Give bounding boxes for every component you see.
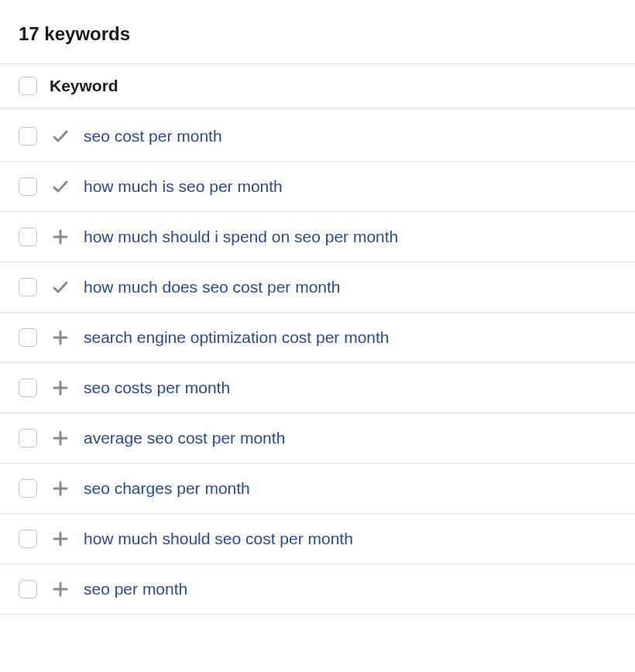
keyword-link[interactable]: average seo cost per month [84,429,285,447]
row-checkbox[interactable] [19,127,37,146]
plus-icon[interactable] [50,478,71,499]
plus-icon[interactable] [50,427,71,449]
keyword-list: seo cost per monthhow much is seo per mo… [0,108,635,615]
plus-icon[interactable] [50,327,71,348]
keyword-link[interactable]: how much does seo cost per month [84,278,341,297]
row-checkbox[interactable] [19,228,37,246]
table-row: how much should i spend on seo per month [0,212,635,262]
header: 17 keywords [0,0,635,63]
keyword-link[interactable]: seo per month [84,580,187,598]
table-row: seo per month [0,564,635,615]
plus-icon[interactable] [50,226,71,248]
row-checkbox[interactable] [19,328,37,347]
table-row: how much should seo cost per month [0,514,635,564]
table-row: average seo cost per month [0,413,635,464]
table-row: how much does seo cost per month [0,262,635,313]
keyword-link[interactable]: search engine optimization cost per mont… [84,328,390,347]
keyword-link[interactable]: seo charges per month [84,479,250,498]
row-checkbox[interactable] [19,177,37,196]
row-checkbox[interactable] [19,530,37,548]
row-checkbox[interactable] [19,479,37,498]
column-header-keyword: Keyword [50,77,118,95]
row-checkbox[interactable] [19,429,37,447]
table-row: seo cost per month [0,111,635,162]
plus-icon[interactable] [50,377,71,399]
keyword-link[interactable]: seo cost per month [84,127,222,146]
table-header-row: Keyword [0,63,635,108]
table-row: search engine optimization cost per mont… [0,313,635,363]
plus-icon[interactable] [50,578,71,600]
check-icon[interactable] [50,176,71,197]
check-icon[interactable] [50,125,71,147]
row-checkbox[interactable] [19,278,37,297]
check-icon[interactable] [50,276,71,298]
keyword-link[interactable]: how much should seo cost per month [84,530,353,548]
table-row: seo charges per month [0,464,635,514]
select-all-checkbox[interactable] [19,77,37,95]
keyword-link[interactable]: how much is seo per month [84,177,283,196]
table-row: how much is seo per month [0,162,635,212]
page-title: 17 keywords [19,23,616,45]
row-checkbox[interactable] [19,580,37,598]
table-row: seo costs per month [0,363,635,413]
plus-icon[interactable] [50,528,71,550]
row-checkbox[interactable] [19,379,37,397]
keyword-link[interactable]: how much should i spend on seo per month [84,228,398,246]
keyword-link[interactable]: seo costs per month [84,379,230,397]
